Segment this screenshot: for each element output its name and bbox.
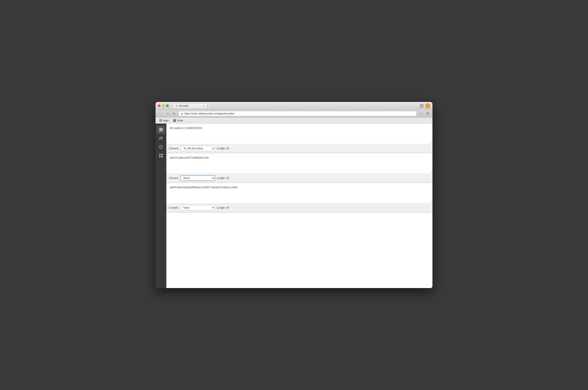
svg-rect-0 (420, 104, 421, 105)
maximize-button[interactable] (166, 104, 169, 107)
minimize-button[interactable] (162, 104, 165, 107)
address-bar: ← → ↻ 🔒 https://suite.websecurify.com/ap… (156, 110, 432, 117)
main-area: 01|admin|1408301310 ⌞ Convert: None To U… (156, 124, 432, 288)
tab-bar: ☰ Encoder ✕ ⬜ (173, 103, 418, 108)
bookmark-suite[interactable]: S Suite (171, 118, 184, 123)
tab-close-button[interactable]: ✕ (202, 104, 204, 107)
convert-select-2[interactable]: None To URLEncoding From URLEncoding To … (181, 176, 215, 181)
svg-rect-3 (422, 106, 423, 107)
textarea-container-2: 01%7Cadmin%7C1408301310 ⌞ (166, 153, 432, 174)
resize-handle-3[interactable]: ⌞ (430, 201, 432, 203)
convert-label-3: Convert: (169, 206, 179, 209)
encoder-input-3[interactable]: e04fede4536a4856be11256f79a1037b8a1cc5e6 (166, 183, 432, 202)
svg-rect-2 (420, 106, 421, 107)
encoder-row-1: 01|admin|1408301310 ⌞ Convert: None To U… (166, 124, 432, 153)
apps-grid-icon (159, 119, 162, 122)
encoder-row-2: 01%7Cadmin%7C1408301310 ⌞ Convert: None … (166, 153, 432, 183)
fullscreen-button[interactable] (420, 104, 423, 107)
length-value-3: 40 (226, 206, 229, 209)
textarea-container-1: 01|admin|1408301310 ⌞ (166, 124, 432, 144)
sidebar-item-info[interactable] (157, 143, 165, 151)
textarea-container-3: e04fede4536a4856be11256f79a1037b8a1cc5e6… (166, 183, 432, 203)
svg-rect-14 (161, 156, 163, 157)
svg-rect-6 (159, 130, 163, 130)
convert-label-1: Convert: (169, 147, 179, 150)
encoder-input-2[interactable]: 01%7Cadmin%7C1408301310 (166, 153, 432, 173)
browser-window: ☰ Encoder ✕ ⬜ ← → ↻ 🔒 (156, 102, 432, 288)
title-bar-right (420, 103, 430, 108)
resize-handle-2[interactable]: ⌞ (430, 171, 432, 173)
active-tab[interactable]: ☰ Encoder ✕ (173, 103, 207, 108)
length-label-3: Length: 40 (217, 206, 229, 209)
svg-point-10 (161, 146, 161, 146)
page-content: 01|admin|1408301310 ⌞ Convert: None To U… (166, 124, 432, 288)
bookmark-apps[interactable]: Apps (158, 118, 171, 123)
user-avatar[interactable] (425, 103, 430, 108)
bookmarks-bar: Apps S Suite (156, 117, 432, 124)
url-text: https://suite.websecurify.com/apps/encod… (184, 112, 235, 115)
resize-handle-1[interactable]: ⌞ (430, 141, 432, 144)
svg-rect-7 (159, 131, 163, 131)
tab-icon: ☰ (176, 104, 178, 107)
svg-rect-1 (422, 104, 423, 105)
svg-rect-9 (161, 147, 161, 148)
menu-button[interactable]: ☰ (425, 111, 430, 116)
sidebar-item-list[interactable] (157, 126, 165, 134)
convert-label-2: Convert: (169, 177, 179, 180)
sidebar (156, 124, 166, 288)
svg-rect-11 (159, 154, 161, 155)
length-value-1: 19 (226, 147, 229, 150)
length-value-2: 23 (226, 177, 229, 180)
encoder-input-1[interactable]: 01|admin|1408301310 (166, 124, 432, 143)
encoder-controls-1: Convert: None To URLEncoding From URLEnc… (166, 144, 432, 153)
title-bar: ☰ Encoder ✕ ⬜ (156, 102, 432, 110)
length-label-1: Length: 19 (217, 147, 229, 150)
reload-button[interactable]: ↻ (172, 111, 177, 116)
convert-select-1[interactable]: None To URLEncoding From URLEncoding To … (181, 146, 215, 151)
bottom-section (166, 212, 432, 288)
forward-button[interactable]: → (165, 111, 170, 116)
url-bar[interactable]: 🔒 https://suite.websecurify.com/apps/enc… (179, 111, 416, 116)
length-label-2: Length: 23 (217, 177, 229, 180)
suite-icon: S (173, 119, 176, 122)
new-tab-icon: ⬜ (208, 104, 212, 108)
encoder-row-3: e04fede4536a4856be11256f79a1037b8a1cc5e6… (166, 183, 432, 212)
sidebar-item-bird[interactable] (157, 134, 165, 142)
close-button[interactable] (158, 104, 161, 107)
svg-rect-5 (159, 129, 163, 129)
convert-select-3[interactable]: None To URLEncoding From URLEncoding To … (181, 205, 215, 210)
traffic-lights (158, 104, 169, 107)
svg-rect-4 (159, 128, 163, 129)
encoder-controls-3: Convert: None To URLEncoding From URLEnc… (166, 203, 432, 212)
bookmark-button[interactable]: ☆ (418, 111, 423, 116)
sidebar-item-grid[interactable] (157, 152, 165, 159)
bookmark-suite-label: Suite (177, 119, 183, 122)
back-button[interactable]: ← (158, 111, 163, 116)
bookmark-apps-label: Apps (163, 119, 169, 122)
encoder-controls-2: Convert: None To URLEncoding From URLEnc… (166, 174, 432, 183)
svg-rect-13 (159, 156, 161, 157)
tab-title: Encoder (179, 104, 189, 107)
lock-icon: 🔒 (181, 112, 183, 115)
new-tab-button[interactable]: ⬜ (207, 103, 213, 108)
svg-rect-12 (161, 154, 163, 155)
